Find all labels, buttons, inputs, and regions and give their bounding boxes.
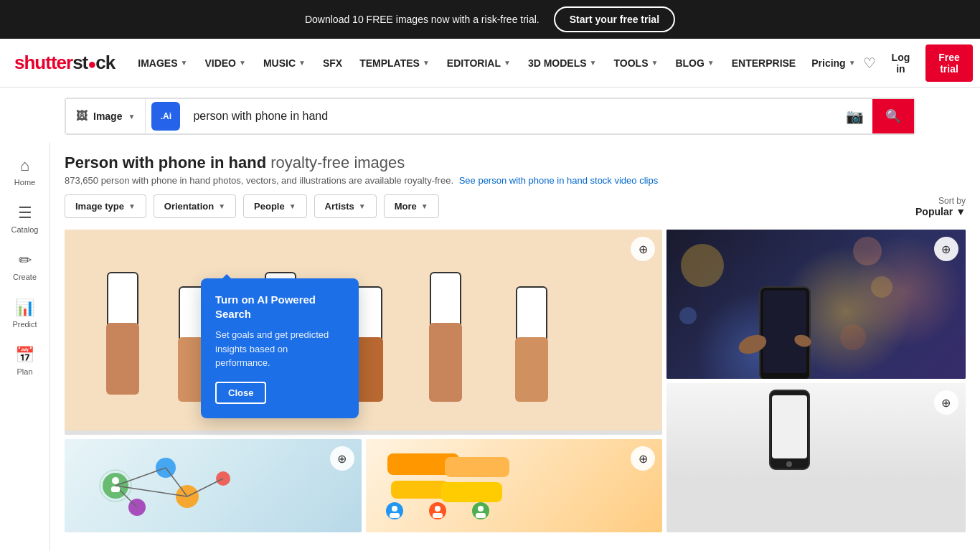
white-phone-image <box>666 383 966 476</box>
nav-tools-label: TOOLS <box>614 57 649 69</box>
nav-music-chevron-icon: ▼ <box>298 59 306 67</box>
home-icon: ⌂ <box>20 156 29 175</box>
nav-blog-label: BLOG <box>675 57 704 69</box>
logo-black: st <box>72 52 88 73</box>
page-title-section: Person with phone in hand royalty-free i… <box>65 154 966 186</box>
image-card-network[interactable]: ⊕ <box>65 439 362 532</box>
chat-svg <box>380 446 647 525</box>
filter-orientation-chevron-icon: ▼ <box>218 202 225 210</box>
catalog-icon: ☰ <box>18 204 32 222</box>
zoom-button-4[interactable]: ⊕ <box>934 237 958 261</box>
filter-image-type-label: Image type <box>75 201 124 212</box>
pricing-label: Pricing <box>811 57 845 69</box>
svg-rect-2 <box>106 323 139 395</box>
nav-item-templates[interactable]: TEMPLATES ▼ <box>351 52 438 75</box>
logo-circle-icon: ● <box>88 56 95 72</box>
main-nav: IMAGES ▼ VIDEO ▼ MUSIC ▼ SFX TEMPLATES ▼… <box>129 52 804 75</box>
nav-item-tools[interactable]: TOOLS ▼ <box>606 52 667 75</box>
nav-item-video[interactable]: VIDEO ▼ <box>196 52 254 75</box>
network-svg <box>80 446 347 525</box>
svg-rect-12 <box>515 337 548 402</box>
sort-label: Sort by <box>938 196 966 206</box>
sidebar-item-home[interactable]: ⌂ Home <box>0 149 50 194</box>
nav-3d-label: 3D MODELS <box>528 57 587 69</box>
sort-section: Sort by Popular ▼ <box>915 196 966 217</box>
filter-people[interactable]: People ▼ <box>243 194 307 218</box>
nav-item-music[interactable]: MUSIC ▼ <box>255 52 314 75</box>
subtitle-text: person with phone in hand photos, vector… <box>101 175 453 186</box>
filter-orientation-label: Orientation <box>164 201 214 212</box>
content-area: ⌂ Home ☰ Catalog ✏ Create 📊 Predict 📅 Pl… <box>0 142 980 551</box>
logo[interactable]: shutterst●ck <box>14 52 115 74</box>
image-grid: ⊕ <box>65 230 966 532</box>
image-card-city-phone[interactable]: ⊕ <box>666 230 966 379</box>
image-card-hands-phones[interactable]: ⊕ <box>65 230 662 435</box>
svg-point-47 <box>840 324 866 350</box>
filter-orientation[interactable]: Orientation ▼ <box>154 194 236 218</box>
filter-artists-label: Artists <box>325 201 354 212</box>
search-submit-button[interactable]: 🔍 <box>872 99 914 133</box>
zoom-button-2[interactable]: ⊕ <box>330 446 354 471</box>
filter-artists-chevron-icon: ▼ <box>359 202 366 210</box>
search-type-selector[interactable]: 🖼 Image ▼ <box>66 99 146 133</box>
svg-line-21 <box>166 468 187 496</box>
tooltip-description: Set goals and get predicted insights bas… <box>215 328 344 370</box>
svg-point-37 <box>435 506 440 512</box>
nav-item-sfx[interactable]: SFX <box>314 52 351 75</box>
page-title: Person with phone in hand royalty-free i… <box>65 154 966 172</box>
image-card-white-phone[interactable]: ⊕ <box>666 383 966 532</box>
filter-image-type[interactable]: Image type ▼ <box>65 194 146 218</box>
sidebar-item-plan[interactable]: 📅 Plan <box>0 339 50 383</box>
banner-cta-button[interactable]: Start your free trial <box>554 6 675 32</box>
top-banner: Download 10 FREE images now with a risk-… <box>0 0 980 39</box>
svg-rect-38 <box>433 513 443 518</box>
nav-item-3d-models[interactable]: 3D MODELS ▼ <box>519 52 606 75</box>
nav-item-editorial[interactable]: EDITORIAL ▼ <box>438 52 519 75</box>
video-clips-link[interactable]: See person with phone in hand stock vide… <box>459 175 659 186</box>
search-icon: 🔍 <box>885 108 901 124</box>
sort-selector[interactable]: Popular ▼ <box>915 206 966 217</box>
nav-item-blog[interactable]: BLOG ▼ <box>666 52 722 75</box>
search-type-label: Image <box>93 110 122 122</box>
nav-images-label: IMAGES <box>138 57 177 69</box>
nav-video-label: VIDEO <box>204 57 236 69</box>
filter-artists[interactable]: Artists ▼ <box>314 194 377 218</box>
create-icon: ✏ <box>19 251 32 270</box>
sort-value-label: Popular <box>915 206 953 217</box>
sidebar-item-predict[interactable]: 📊 Predict <box>0 291 50 336</box>
svg-point-34 <box>478 506 484 512</box>
filters-bar: Image type ▼ Orientation ▼ People ▼ Arti… <box>65 194 966 218</box>
search-input[interactable] <box>186 99 837 133</box>
sidebar-predict-label: Predict <box>12 320 37 329</box>
image-grid-right: ⊕ ⊕ <box>666 230 966 532</box>
favorites-icon[interactable]: ♡ <box>863 55 876 72</box>
sidebar-item-create[interactable]: ✏ Create <box>0 244 50 288</box>
filter-more-chevron-icon: ▼ <box>421 202 428 210</box>
svg-rect-9 <box>430 273 461 327</box>
filter-more-label: More <box>395 201 417 212</box>
tooltip-close-button[interactable]: Close <box>215 382 266 404</box>
network-image <box>65 439 362 532</box>
image-card-chat[interactable]: ⊕ <box>366 439 663 532</box>
nav-item-images[interactable]: IMAGES ▼ <box>129 52 196 75</box>
svg-point-43 <box>681 244 724 287</box>
nav-tools-chevron-icon: ▼ <box>651 59 658 67</box>
pricing-button[interactable]: Pricing ▼ <box>811 57 855 69</box>
reverse-image-search-icon[interactable]: 📷 <box>837 108 872 125</box>
image-bottom-row: ⊕ <box>65 439 662 532</box>
nav-music-label: MUSIC <box>263 57 296 69</box>
chat-image <box>366 439 663 532</box>
svg-point-46 <box>679 307 697 324</box>
nav-editorial-chevron-icon: ▼ <box>504 59 511 67</box>
filter-more[interactable]: More ▼ <box>384 194 439 218</box>
ai-search-badge[interactable]: .Ai <box>151 102 180 131</box>
main-content: Person with phone in hand royalty-free i… <box>50 142 980 551</box>
free-trial-button[interactable]: Free trial <box>925 44 973 82</box>
nav-sfx-label: SFX <box>323 57 342 69</box>
nav-item-enterprise[interactable]: ENTERPRISE <box>723 52 804 75</box>
nav-enterprise-label: ENTERPRISE <box>732 57 796 69</box>
hands-phones-image <box>65 230 662 430</box>
zoom-button-5[interactable]: ⊕ <box>934 390 958 415</box>
login-button[interactable]: Log in <box>883 47 919 79</box>
sidebar-item-catalog[interactable]: ☰ Catalog <box>0 197 50 241</box>
